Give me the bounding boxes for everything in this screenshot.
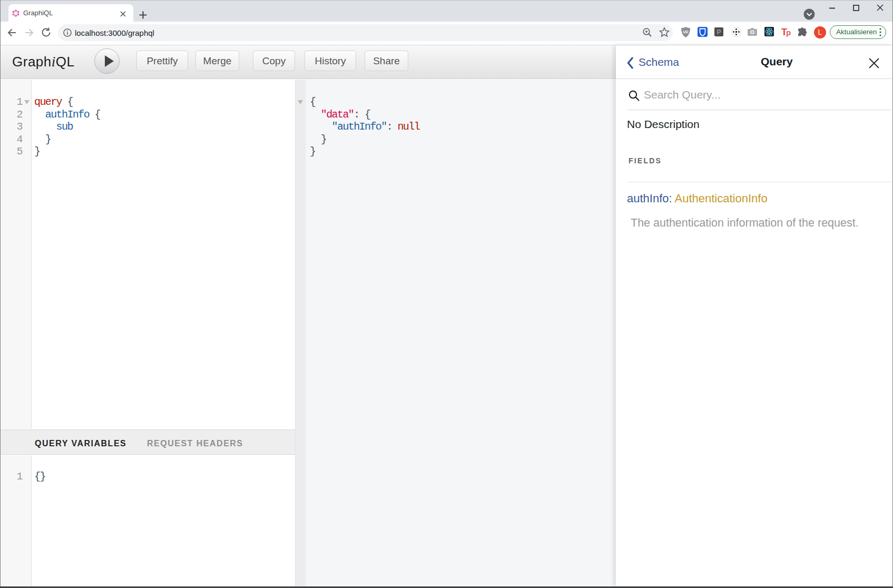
svg-text:P: P [717,28,721,36]
svg-text:UD: UD [683,30,688,34]
